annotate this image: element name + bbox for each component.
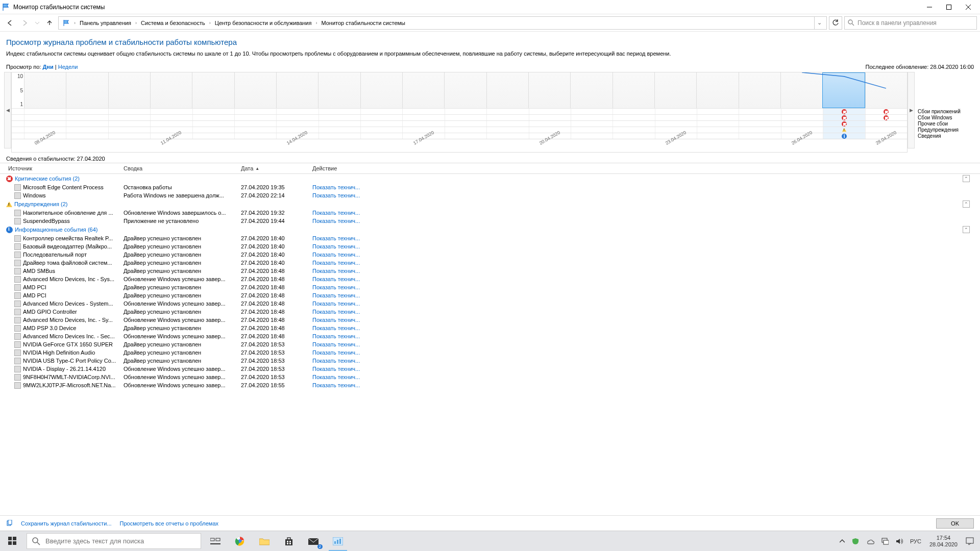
chart-column[interactable]: [318, 72, 360, 108]
chart-column[interactable]: [24, 72, 66, 108]
cell-action-link[interactable]: Показать технич...: [312, 382, 414, 388]
table-row[interactable]: Advanced Micro Devices - System...Обновл…: [6, 299, 980, 308]
table-row[interactable]: NVIDIA High Definition AudioДрайвер успе…: [6, 348, 980, 357]
cell-action-link[interactable]: Показать технич...: [312, 252, 414, 258]
chart-event-cell[interactable]: [234, 115, 276, 120]
table-row[interactable]: Advanced Micro Devices Inc. - Sec...Обно…: [6, 332, 980, 340]
chart-event-cell[interactable]: [529, 115, 571, 120]
chart-event-cell[interactable]: [234, 109, 276, 114]
cell-action-link[interactable]: Показать технич...: [312, 192, 414, 198]
chart-event-cell[interactable]: [612, 133, 654, 139]
chart-scroll-left[interactable]: ◀: [4, 72, 11, 148]
chart-event-cell[interactable]: [865, 115, 907, 120]
chart-event-cell[interactable]: [655, 109, 697, 114]
chart-event-cell[interactable]: [739, 115, 780, 120]
cell-action-link[interactable]: Показать технич...: [312, 218, 414, 224]
up-button[interactable]: [43, 16, 56, 30]
col-header-date[interactable]: Дата▲: [241, 165, 312, 171]
cell-action-link[interactable]: Показать технич...: [312, 268, 414, 274]
cell-action-link[interactable]: Показать технич...: [312, 366, 414, 372]
chart-column[interactable]: [66, 72, 108, 108]
chart-column[interactable]: [570, 72, 612, 108]
chart-event-cell[interactable]: [192, 109, 234, 114]
chart-event-cell[interactable]: [108, 109, 150, 114]
chart-event-cell[interactable]: [739, 121, 780, 127]
breadcrumb-item-1[interactable]: Система и безопасность: [139, 17, 207, 29]
chevron-right-icon[interactable]: ›: [134, 20, 138, 26]
chart-event-cell[interactable]: [318, 133, 360, 139]
view-weeks-link[interactable]: Недели: [58, 64, 78, 70]
table-row[interactable]: NVIDIA USB Type-C Port Policy Co...Драйв…: [6, 357, 980, 365]
cell-action-link[interactable]: Показать технич...: [312, 333, 414, 339]
table-row[interactable]: AMD GPIO ControllerДрайвер успешно устан…: [6, 308, 980, 316]
chart-event-cell[interactable]: [192, 133, 234, 139]
taskbar-search-input[interactable]: [45, 537, 195, 545]
table-row[interactable]: AMD PCIДрайвер успешно установлен27.04.2…: [6, 283, 980, 291]
table-row[interactable]: Контроллер семейства Realtek P...Драйвер…: [6, 234, 980, 242]
chart-column[interactable]: [234, 72, 276, 108]
chart-event-cell[interactable]: [402, 127, 444, 133]
col-header-source[interactable]: Источник: [6, 165, 124, 171]
cell-action-link[interactable]: Показать технич...: [312, 358, 414, 364]
chart-event-cell[interactable]: [823, 121, 865, 127]
chart-event-cell[interactable]: [318, 115, 360, 120]
chart-event-cell[interactable]: [571, 133, 612, 139]
chart-event-cell[interactable]: [360, 121, 402, 127]
cell-action-link[interactable]: Показать технич...: [312, 243, 414, 249]
cell-action-link[interactable]: Показать технич...: [312, 260, 414, 266]
chart-event-cell[interactable]: [276, 115, 318, 120]
group-header[interactable]: Критические события (2)⌃: [6, 174, 980, 183]
view-all-reports-link[interactable]: Просмотреть все отчеты о проблемах: [120, 520, 219, 527]
chart-column[interactable]: [612, 72, 654, 108]
chart-event-cell[interactable]: [781, 109, 823, 114]
chart-event-cell[interactable]: [192, 115, 234, 120]
breadcrumb-home-icon[interactable]: [61, 17, 72, 29]
chart-event-cell[interactable]: [24, 127, 66, 133]
chart-event-cell[interactable]: [529, 121, 571, 127]
chevron-right-icon[interactable]: ›: [73, 20, 77, 26]
chart-event-cell[interactable]: [402, 121, 444, 127]
chart-event-cell[interactable]: [697, 127, 739, 133]
refresh-button[interactable]: [829, 16, 842, 30]
start-button[interactable]: [0, 531, 24, 551]
tray-security-icon[interactable]: [850, 538, 861, 545]
taskbar-app-explorer[interactable]: [252, 531, 277, 551]
cell-action-link[interactable]: Показать технич...: [312, 235, 414, 241]
cell-action-link[interactable]: Показать технич...: [312, 309, 414, 315]
chart-event-cell[interactable]: [655, 127, 697, 133]
chart-column[interactable]: [150, 72, 192, 108]
taskbar-app-mail[interactable]: 2: [301, 531, 326, 551]
collapse-icon[interactable]: ⌃: [963, 201, 970, 208]
chart-event-cell[interactable]: [318, 109, 360, 114]
taskbar-app-reliability[interactable]: [326, 531, 350, 551]
chart-column[interactable]: [865, 72, 907, 108]
chart-event-cell[interactable]: [697, 109, 739, 114]
chart-event-cell[interactable]: [108, 127, 150, 133]
chart-event-cell[interactable]: [108, 115, 150, 120]
table-row[interactable]: Microsoft Edge Content ProcessОстановка …: [6, 183, 980, 191]
chart-event-cell[interactable]: [108, 121, 150, 127]
chevron-right-icon[interactable]: ›: [208, 20, 212, 26]
chart-event-cell[interactable]: [571, 109, 612, 114]
chart-event-cell[interactable]: [66, 115, 108, 120]
cell-action-link[interactable]: Показать технич...: [312, 317, 414, 323]
table-row[interactable]: AMD PSP 3.0 DeviceДрайвер успешно устано…: [6, 324, 980, 332]
chart-event-cell[interactable]: [697, 133, 739, 139]
chart-event-cell[interactable]: [66, 121, 108, 127]
tray-onedrive-icon[interactable]: [864, 538, 876, 544]
cell-action-link[interactable]: Показать технич...: [312, 210, 414, 216]
chart-event-cell[interactable]: [823, 133, 865, 139]
chart-event-cell[interactable]: [318, 121, 360, 127]
chart-column[interactable]: [780, 72, 822, 108]
chart-event-cell[interactable]: [360, 127, 402, 133]
tray-volume-icon[interactable]: [894, 538, 905, 545]
chart-event-cell[interactable]: [529, 109, 571, 114]
chart-event-cell[interactable]: [66, 127, 108, 133]
chart-event-cell[interactable]: [360, 109, 402, 114]
chart-event-cell[interactable]: [24, 109, 66, 114]
view-days-link[interactable]: Дни: [43, 64, 54, 70]
task-view-button[interactable]: [203, 531, 228, 551]
chart-event-cell[interactable]: [445, 133, 486, 139]
chart-event-cell[interactable]: [318, 127, 360, 133]
table-row[interactable]: Базовый видеоадаптер (Майкро...Драйвер у…: [6, 242, 980, 251]
